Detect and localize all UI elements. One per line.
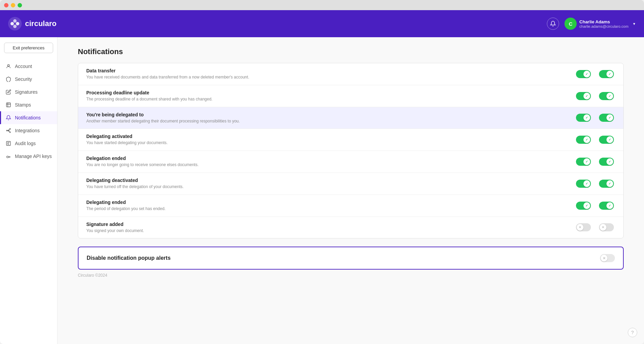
sidebar-item-audit-logs[interactable]: Audit logs xyxy=(0,137,57,150)
help-icon[interactable]: ? xyxy=(628,328,637,337)
notifications-table: Data transfer You have received document… xyxy=(78,63,624,238)
app-window: circularo C Charlie Adams charlie.adams@… xyxy=(0,0,644,344)
api-keys-icon xyxy=(5,153,12,159)
disable-popup-bar[interactable]: Disable notification popup alerts ✕ xyxy=(78,247,624,270)
svg-point-4 xyxy=(13,25,17,28)
notification-description: Another member started delegating their … xyxy=(86,118,569,124)
toggle-2-wrap: ✓ xyxy=(598,158,615,166)
user-menu[interactable]: C Charlie Adams charlie.adams@circularo.… xyxy=(564,18,636,30)
footer: Circularo ©2024 xyxy=(58,270,644,281)
security-icon xyxy=(5,76,12,82)
svg-point-5 xyxy=(7,65,9,66)
content-area: Notifications Data transfer You have rec… xyxy=(58,37,644,344)
notification-row-processing-deadline: Processing deadline update The processin… xyxy=(78,85,623,107)
toggle-on[interactable]: ✓ xyxy=(599,180,614,188)
toggle-group: ✓ ✓ xyxy=(575,70,615,78)
sidebar-item-signatures[interactable]: Signatures xyxy=(0,86,57,98)
header: circularo C Charlie Adams charlie.adams@… xyxy=(0,10,644,37)
svg-point-10 xyxy=(7,156,8,158)
notification-text: Delegation ended You are no longer going… xyxy=(86,156,569,168)
notification-title: Delegating ended xyxy=(86,200,569,205)
sidebar-item-integrations[interactable]: Integrations xyxy=(0,124,57,137)
audit-logs-icon xyxy=(5,140,12,146)
logo-icon xyxy=(8,17,22,30)
notifications-label: Notifications xyxy=(15,115,41,120)
toggle-off[interactable]: ✕ xyxy=(599,223,614,231)
toggle-group: ✓ ✓ xyxy=(575,202,615,210)
toggle-2-wrap: ✓ xyxy=(598,136,615,144)
toggle-on[interactable]: ✓ xyxy=(576,114,591,122)
integrations-label: Integrations xyxy=(15,128,40,133)
svg-point-8 xyxy=(9,132,10,133)
notification-row-delegated-to: You're being delegated to Another member… xyxy=(78,107,623,129)
toggle-on[interactable]: ✓ xyxy=(599,136,614,144)
notification-text: Delegating ended The period of delegatio… xyxy=(86,200,569,212)
popup-toggle-knob: ✕ xyxy=(601,255,607,261)
svg-point-6 xyxy=(6,130,7,131)
toggle-on[interactable]: ✓ xyxy=(576,180,591,188)
toggle-2-wrap: ✓ xyxy=(598,114,615,122)
svg-point-7 xyxy=(9,129,10,130)
account-icon xyxy=(5,63,12,69)
sidebar-item-stamps[interactable]: Stamps xyxy=(0,98,57,111)
notification-title: You're being delegated to xyxy=(86,112,569,117)
toggle-1-wrap: ✓ xyxy=(575,202,592,210)
stamps-icon xyxy=(5,102,12,108)
toggle-1-wrap: ✓ xyxy=(575,114,592,122)
toggle-on[interactable]: ✓ xyxy=(576,136,591,144)
toggle-on[interactable]: ✓ xyxy=(576,92,591,100)
toggle-off[interactable]: ✕ xyxy=(576,223,591,231)
sidebar-item-security[interactable]: Security xyxy=(0,73,57,86)
minimize-button[interactable] xyxy=(11,3,15,7)
close-button[interactable] xyxy=(4,3,8,7)
notification-text: Delegating activated You have started de… xyxy=(86,134,569,146)
notification-row-delegating-deactivated: Delegating deactivated You have turned o… xyxy=(78,173,623,195)
account-label: Account xyxy=(15,64,32,69)
sidebar: Exit preferences Account Security xyxy=(0,37,58,344)
notification-title: Delegation ended xyxy=(86,156,569,161)
notification-description: The period of delegation you set has end… xyxy=(86,206,569,212)
notification-title: Delegating deactivated xyxy=(86,178,569,183)
toggle-on[interactable]: ✓ xyxy=(576,202,591,210)
toggle-on[interactable]: ✓ xyxy=(576,70,591,78)
popup-toggle[interactable]: ✕ xyxy=(600,254,615,262)
logo-area: circularo xyxy=(8,17,57,30)
notification-description: You signed your own document. xyxy=(86,228,569,234)
toggle-on[interactable]: ✓ xyxy=(599,92,614,100)
notification-title: Processing deadline update xyxy=(86,90,569,95)
toggle-2-wrap: ✕ xyxy=(598,223,615,231)
notification-text: Data transfer You have received document… xyxy=(86,68,569,80)
notification-bell[interactable] xyxy=(547,18,559,30)
signatures-label: Signatures xyxy=(15,89,38,95)
user-avatar: C xyxy=(564,18,577,30)
sidebar-item-manage-api-keys[interactable]: Manage API keys xyxy=(0,150,57,163)
notification-description: The processing deadline of a document sh… xyxy=(86,96,569,102)
user-name: Charlie Adams xyxy=(579,19,628,24)
toggle-on[interactable]: ✓ xyxy=(599,70,614,78)
toggle-on[interactable]: ✓ xyxy=(599,114,614,122)
toggle-2-wrap: ✓ xyxy=(598,202,615,210)
toggle-on[interactable]: ✓ xyxy=(599,202,614,210)
notification-title: Delegating activated xyxy=(86,134,569,139)
notification-description: You have started delegating your documen… xyxy=(86,140,569,146)
svg-point-2 xyxy=(16,22,19,25)
toggle-on[interactable]: ✓ xyxy=(599,158,614,166)
integrations-icon xyxy=(5,128,12,134)
sidebar-item-notifications[interactable]: Notifications xyxy=(0,111,57,124)
chevron-down-icon: ▼ xyxy=(632,22,636,26)
popup-bar-label: Disable notification popup alerts xyxy=(87,255,171,261)
toggle-1-wrap: ✕ xyxy=(575,223,592,231)
toggle-group: ✕ ✕ xyxy=(575,223,615,231)
maximize-button[interactable] xyxy=(18,3,22,7)
notification-text: Signature added You signed your own docu… xyxy=(86,222,569,234)
notification-row-delegating-activated: Delegating activated You have started de… xyxy=(78,129,623,151)
toggle-on[interactable]: ✓ xyxy=(576,158,591,166)
toggle-group: ✓ ✓ xyxy=(575,114,615,122)
notification-description: You have received documents and data tra… xyxy=(86,74,569,80)
notification-text: You're being delegated to Another member… xyxy=(86,112,569,124)
exit-preferences-button[interactable]: Exit preferences xyxy=(4,43,53,53)
security-label: Security xyxy=(15,76,32,82)
sidebar-item-account[interactable]: Account xyxy=(0,60,57,73)
toggle-group: ✓ ✓ xyxy=(575,158,615,166)
svg-point-1 xyxy=(10,22,14,25)
